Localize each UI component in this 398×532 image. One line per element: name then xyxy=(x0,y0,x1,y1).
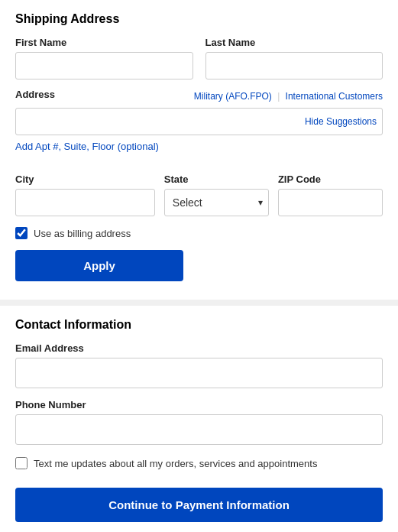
hide-suggestions-button[interactable]: Hide Suggestions xyxy=(305,116,377,127)
zip-group: ZIP Code xyxy=(278,174,383,216)
billing-checkbox-label: Use as billing address xyxy=(34,228,131,239)
state-group: State Select AL AK AZ CA CO CT FL GA NY … xyxy=(164,174,269,216)
email-group: Email Address xyxy=(15,342,383,388)
email-label: Email Address xyxy=(15,342,383,354)
billing-checkbox-row: Use as billing address xyxy=(15,227,383,239)
address-links: Military (AFO.FPO) | International Custo… xyxy=(194,91,383,102)
phone-label: Phone Number xyxy=(15,399,383,410)
zip-input[interactable] xyxy=(278,189,383,216)
last-name-input[interactable] xyxy=(205,52,383,79)
state-select[interactable]: Select AL AK AZ CA CO CT FL GA NY TX xyxy=(164,189,269,216)
text-updates-checkbox[interactable] xyxy=(15,457,28,469)
international-link[interactable]: International Customers xyxy=(286,91,383,102)
last-name-group: Last Name xyxy=(205,37,383,79)
continue-button[interactable]: Continue to Payment Information xyxy=(15,488,383,522)
first-name-label: First Name xyxy=(15,37,193,48)
address-input-wrapper: Hide Suggestions xyxy=(15,108,383,135)
city-input[interactable] xyxy=(15,189,155,216)
zip-label: ZIP Code xyxy=(278,174,383,185)
email-input[interactable] xyxy=(15,358,383,388)
phone-input[interactable] xyxy=(15,414,383,445)
city-state-zip-row: City State Select AL AK AZ CA CO CT FL G… xyxy=(15,174,383,216)
address-header: Address Military (AFO.FPO) | Internation… xyxy=(15,89,383,104)
city-group: City xyxy=(15,174,155,216)
first-name-group: First Name xyxy=(15,37,193,79)
state-label: State xyxy=(164,174,269,185)
shipping-title: Shipping Address xyxy=(15,12,383,26)
apply-button[interactable]: Apply xyxy=(15,250,183,281)
text-updates-row: Text me updates about all my orders, ser… xyxy=(15,457,383,469)
contact-information-section: Contact Information Email Address Phone … xyxy=(0,306,398,532)
add-apt-link[interactable]: Add Apt #, Suite, Floor (optional) xyxy=(15,141,159,152)
city-label: City xyxy=(15,174,155,185)
billing-checkbox[interactable] xyxy=(15,227,28,239)
first-name-input[interactable] xyxy=(15,52,193,79)
last-name-label: Last Name xyxy=(205,37,383,48)
pipe-separator: | xyxy=(277,91,282,102)
military-link[interactable]: Military (AFO.FPO) xyxy=(194,91,272,102)
shipping-address-section: Shipping Address First Name Last Name Ad… xyxy=(0,0,398,300)
state-select-wrapper: Select AL AK AZ CA CO CT FL GA NY TX ▾ xyxy=(164,189,269,216)
contact-title: Contact Information xyxy=(15,318,383,332)
text-updates-label: Text me updates about all my orders, ser… xyxy=(34,458,317,469)
address-label: Address xyxy=(15,89,55,100)
name-row: First Name Last Name xyxy=(15,37,383,79)
phone-group: Phone Number xyxy=(15,399,383,445)
